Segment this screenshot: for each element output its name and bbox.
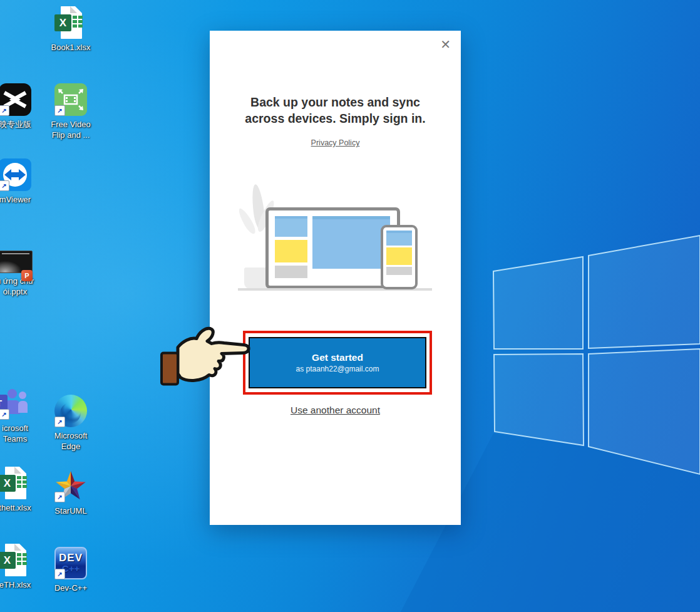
shortcut-arrow-icon: ↗ <box>54 569 65 579</box>
excel-file-icon: X <box>0 544 31 576</box>
shortcut-arrow-icon: ↗ <box>54 417 65 427</box>
icon-label: Free Video Flip and ... <box>47 119 95 140</box>
staruml-star-icon: ↗ <box>54 470 87 502</box>
icon-label: mViewer <box>0 194 39 205</box>
privacy-policy-link[interactable]: Privacy Policy <box>311 138 360 147</box>
close-icon[interactable]: ✕ <box>440 38 451 51</box>
shortcut-arrow-icon: ↗ <box>54 105 65 116</box>
icon-label: Dev-C++ <box>47 583 95 593</box>
desktop-icon-free-video-flip[interactable]: ↗ Free Video Flip and ... <box>47 83 95 140</box>
icon-label: u ứng chữ ói.pptx <box>0 276 39 297</box>
desktop-icon-staruml[interactable]: ↗ StarUML <box>47 470 95 516</box>
desktop-icon-pptx[interactable]: P u ứng chữ ói.pptx <box>0 246 39 297</box>
icon-label: eTH.xlsx <box>0 579 39 590</box>
icon-label: thett.xlsx <box>0 502 39 513</box>
shortcut-arrow-icon: ↗ <box>54 492 65 502</box>
icon-label: icrosoft Teams <box>0 423 39 444</box>
excel-x-logo: X <box>54 14 71 31</box>
use-another-account-link[interactable]: Use another account <box>291 405 380 416</box>
desktop-icon-book1-xlsx[interactable]: X Book1.xlsx <box>47 6 95 53</box>
teamviewer-icon: ↗ <box>0 158 31 191</box>
icon-label: StarUML <box>47 506 95 516</box>
excel-x-logo: X <box>0 552 16 569</box>
desktop-icon-eth-xlsx[interactable]: X eTH.xlsx <box>0 544 39 590</box>
icon-label: 映专业版 <box>0 119 39 130</box>
microsoft-edge-icon: ↗ <box>54 395 87 427</box>
free-video-flip-icon: ↗ <box>54 83 87 116</box>
devices-sync-illustration <box>238 183 432 291</box>
get-started-account: as ptaanh22@gmail.com <box>296 364 379 374</box>
shortcut-arrow-icon: ↗ <box>0 409 9 420</box>
excel-file-icon: X <box>0 467 31 499</box>
shortcut-arrow-icon: ↗ <box>0 180 9 191</box>
icon-label: Microsoft Edge <box>47 430 95 452</box>
get-started-label: Get started <box>312 351 363 364</box>
desktop-icon-thett-xlsx[interactable]: X thett.xlsx <box>0 467 39 513</box>
sync-signin-dialog: ✕ Back up your notes and sync across dev… <box>210 31 461 525</box>
desktop-icon-teamviewer[interactable]: ↗ mViewer <box>0 158 39 205</box>
desktop-icon-capcut[interactable]: ↗ 映专业版 <box>0 83 39 130</box>
desktop-icon-microsoft-edge[interactable]: ↗ Microsoft Edge <box>47 395 95 452</box>
desktop-icon-microsoft-teams[interactable]: T ↗ icrosoft Teams <box>0 387 39 444</box>
capcut-icon: ↗ <box>0 83 31 116</box>
icon-label: Book1.xlsx <box>47 42 95 53</box>
get-started-button[interactable]: Get started as ptaanh22@gmail.com <box>249 337 426 388</box>
powerpoint-file-icon: P <box>0 246 31 278</box>
excel-x-logo: X <box>0 475 16 492</box>
powerpoint-p-badge: P <box>21 270 33 281</box>
dialog-heading: Back up your notes and sync across devic… <box>232 94 439 127</box>
phone-illustration <box>381 225 418 289</box>
laptop-illustration <box>265 207 400 289</box>
microsoft-teams-icon: T ↗ <box>0 387 31 420</box>
shortcut-arrow-icon: ↗ <box>0 105 9 116</box>
dev-cpp-icon: DEV C++ ↗ <box>54 547 87 579</box>
highlight-rectangle: Get started as ptaanh22@gmail.com <box>243 331 432 395</box>
windows-desktop: { "wallpaper": { "base_blue": "#0d86d9",… <box>0 0 700 612</box>
excel-file-icon: X <box>54 6 87 39</box>
desktop-icon-dev-cpp[interactable]: DEV C++ ↗ Dev-C++ <box>47 547 95 593</box>
